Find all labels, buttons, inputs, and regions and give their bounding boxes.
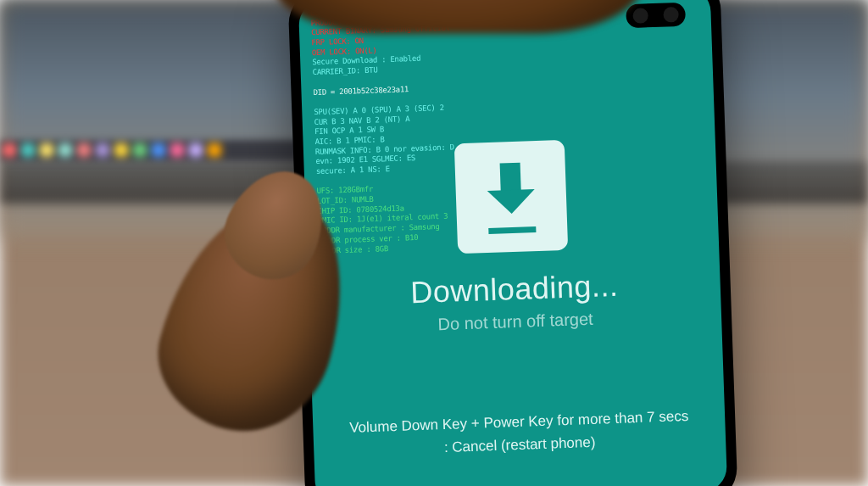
main-status-text: Downloading... Do not turn off target (308, 265, 721, 339)
taskbar-icon (208, 143, 221, 157)
download-underline (488, 226, 536, 234)
camera-cutout (626, 3, 686, 28)
taskbar-icon (21, 143, 35, 157)
arrow-down-icon (481, 162, 542, 232)
taskbar-icon (3, 143, 16, 157)
taskbar-icon (133, 143, 147, 157)
debug-info-panel: ODIN MODE (USB: HIGH-SPEED)PRODUCT NAME:… (310, 3, 458, 256)
taskbar-icon (77, 143, 91, 157)
taskbar-icon (96, 143, 109, 157)
download-icon (454, 140, 568, 254)
taskbar-icon (189, 143, 203, 157)
taskbar-icon (152, 143, 165, 157)
phone-screen: ODIN MODE (USB: HIGH-SPEED)PRODUCT NAME:… (298, 0, 728, 486)
taskbar-icon (58, 143, 72, 157)
cancel-instructions: Volume Down Key + Power Key for more tha… (313, 403, 726, 463)
taskbar (0, 140, 305, 161)
taskbar-icon (40, 143, 53, 157)
phone-device: ODIN MODE (USB: HIGH-SPEED)PRODUCT NAME:… (287, 0, 737, 486)
taskbar-icon (114, 143, 128, 157)
taskbar-icon (170, 143, 184, 157)
